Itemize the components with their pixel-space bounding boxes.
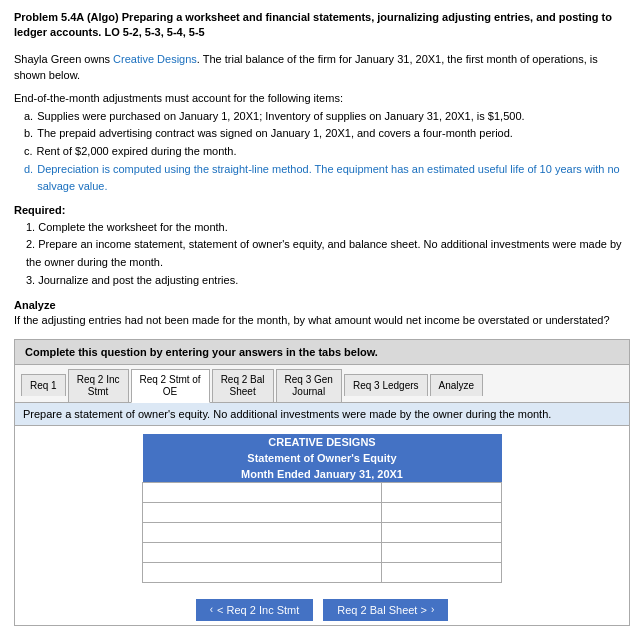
row5-value[interactable] (382, 562, 502, 582)
next-button[interactable]: Req 2 Bal Sheet > › (323, 599, 448, 621)
statement-title: Statement of Owner's Equity (143, 450, 502, 466)
adjustment-a: a. Supplies were purchased on January 1,… (24, 108, 630, 126)
tab-req3-ledgers[interactable]: Req 3 Ledgers (344, 374, 428, 396)
row4-value-input[interactable] (386, 546, 497, 558)
row5-value-input[interactable] (386, 566, 497, 578)
table-row (143, 542, 502, 562)
next-label: Req 2 Bal Sheet > (337, 604, 427, 616)
problem-title: Problem 5.4A (Algo) Preparing a workshee… (14, 10, 630, 41)
row1-label-input[interactable] (147, 486, 377, 498)
required-item-2: 2. Prepare an income statement, statemen… (26, 236, 630, 271)
tab-req2-bal[interactable]: Req 2 BalSheet (212, 369, 274, 402)
creative-designs-link[interactable]: Creative Designs (113, 53, 197, 65)
statement-period: Month Ended January 31, 20X1 (143, 466, 502, 483)
owners-equity-table: CREATIVE DESIGNS Statement of Owner's Eq… (142, 434, 502, 583)
row3-value-input[interactable] (386, 526, 497, 538)
row2-value-input[interactable] (386, 506, 497, 518)
adjustments-intro: End-of-the-month adjustments must accoun… (14, 92, 630, 104)
tab-req2-inc[interactable]: Req 2 IncStmt (68, 369, 129, 402)
prev-label: < Req 2 Inc Stmt (217, 604, 299, 616)
row3-label-input[interactable] (147, 526, 377, 538)
row2-value[interactable] (382, 502, 502, 522)
row2-label[interactable] (143, 502, 382, 522)
row2-label-input[interactable] (147, 506, 377, 518)
row4-value[interactable] (382, 542, 502, 562)
table-row (143, 522, 502, 542)
adjustment-c: c. Rent of $2,000 expired during the mon… (24, 143, 630, 161)
form-area: CREATIVE DESIGNS Statement of Owner's Eq… (15, 426, 629, 591)
row1-value-input[interactable] (386, 486, 497, 498)
company-name: CREATIVE DESIGNS (143, 434, 502, 450)
adjustments-list: a. Supplies were purchased on January 1,… (24, 108, 630, 196)
adjustment-b: b. The prepaid advertising contract was … (24, 125, 630, 143)
next-chevron-icon: › (431, 604, 434, 615)
question-box-header: Complete this question by entering your … (15, 340, 629, 365)
prev-chevron-icon: ‹ (210, 604, 213, 615)
table-row (143, 562, 502, 582)
tab-req3-journal[interactable]: Req 3 GenJournal (276, 369, 342, 402)
row4-label[interactable] (143, 542, 382, 562)
intro-text: Shayla Green owns Creative Designs. The … (14, 51, 630, 84)
row3-label[interactable] (143, 522, 382, 542)
row3-value[interactable] (382, 522, 502, 542)
required-item-1: 1. Complete the worksheet for the month. (26, 219, 630, 237)
table-row (143, 482, 502, 502)
adjustment-d: d. Depreciation is computed using the st… (24, 161, 630, 196)
row5-label[interactable] (143, 562, 382, 582)
tab-analyze[interactable]: Analyze (430, 374, 484, 396)
row1-label[interactable] (143, 482, 382, 502)
analyze-title: Analyze (14, 299, 630, 311)
required-section: Required: 1. Complete the worksheet for … (14, 204, 630, 289)
bottom-nav: ‹ < Req 2 Inc Stmt Req 2 Bal Sheet > › (15, 591, 629, 625)
tab-instruction: Prepare a statement of owner's equity. N… (15, 403, 629, 426)
tab-req2-oe[interactable]: Req 2 Stmt ofOE (131, 369, 210, 403)
required-list: 1. Complete the worksheet for the month.… (26, 219, 630, 289)
table-row (143, 502, 502, 522)
required-item-3: 3. Journalize and post the adjusting ent… (26, 272, 630, 290)
row1-value[interactable] (382, 482, 502, 502)
tabs-row: Req 1 Req 2 IncStmt Req 2 Stmt ofOE Req … (15, 365, 629, 403)
prev-button[interactable]: ‹ < Req 2 Inc Stmt (196, 599, 314, 621)
analyze-text: If the adjusting entries had not been ma… (14, 313, 630, 328)
tab-req1[interactable]: Req 1 (21, 374, 66, 396)
required-title: Required: (14, 204, 630, 216)
row4-label-input[interactable] (147, 546, 377, 558)
analyze-section: Analyze If the adjusting entries had not… (14, 299, 630, 328)
question-box: Complete this question by entering your … (14, 339, 630, 626)
row5-label-input[interactable] (147, 566, 377, 578)
